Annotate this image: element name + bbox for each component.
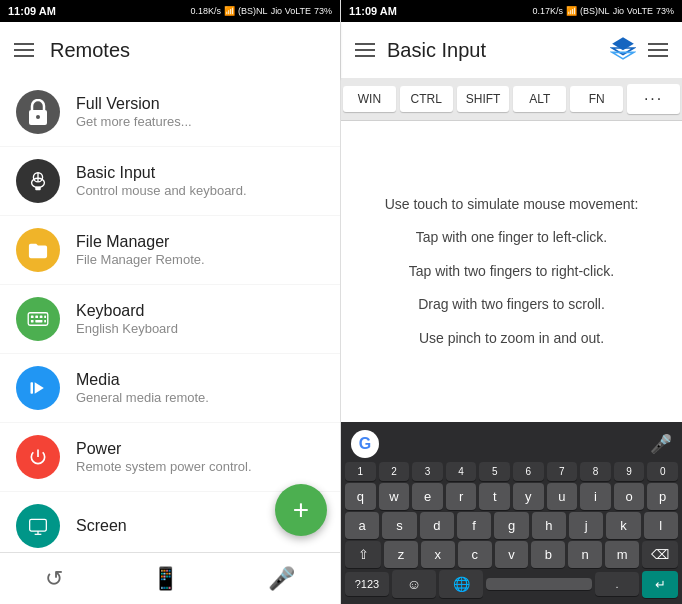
more-keys[interactable]: ··· — [627, 84, 680, 114]
list-item-full-version[interactable]: Full Version Get more features... — [0, 78, 340, 146]
instruction-3: Tap with two fingers to right-click. — [409, 262, 614, 282]
svg-rect-15 — [31, 382, 34, 394]
kb-key-t[interactable]: t — [479, 483, 510, 510]
kb-num-mode-key[interactable]: ?123 — [345, 572, 389, 596]
kb-key-j[interactable]: j — [569, 512, 603, 539]
kb-key-k[interactable]: k — [606, 512, 640, 539]
list-item-basic-input[interactable]: Basic Input Control mouse and keyboard. — [0, 147, 340, 215]
kb-key-g[interactable]: g — [494, 512, 528, 539]
alt-key[interactable]: ALT — [513, 86, 566, 112]
remotes-list: Full Version Get more features... Basic … — [0, 78, 340, 552]
kb-enter-key[interactable]: ↵ — [642, 571, 678, 598]
file-manager-subtitle: File Manager Remote. — [76, 252, 324, 267]
keyboard-title: Keyboard — [76, 302, 324, 320]
layers-button[interactable] — [610, 35, 636, 65]
kb-key-i[interactable]: i — [580, 483, 611, 510]
phone-button[interactable]: 📱 — [132, 558, 199, 600]
win-key[interactable]: WIN — [343, 86, 396, 112]
kb-key-m[interactable]: m — [605, 541, 639, 568]
kb-shift-key[interactable]: ⇧ — [345, 541, 381, 568]
kb-key-8[interactable]: 8 — [580, 462, 611, 481]
kb-top-row: G 🎤 — [343, 426, 680, 460]
basic-input-title: Basic Input — [76, 164, 324, 182]
kb-period-key[interactable]: . — [595, 572, 639, 596]
kb-key-x[interactable]: x — [421, 541, 455, 568]
kb-key-o[interactable]: o — [614, 483, 645, 510]
svg-rect-10 — [44, 315, 46, 318]
kb-key-l[interactable]: l — [644, 512, 678, 539]
kb-key-z[interactable]: z — [384, 541, 418, 568]
kb-key-v[interactable]: v — [495, 541, 529, 568]
ctrl-key[interactable]: CTRL — [400, 86, 453, 112]
svg-point-1 — [36, 115, 40, 119]
kb-key-7[interactable]: 7 — [547, 462, 578, 481]
carrier-right: (BS)NL — [580, 6, 610, 16]
svg-rect-8 — [35, 315, 38, 318]
list-item-power[interactable]: Power Remote system power control. — [0, 423, 340, 491]
kb-num-row: 1 2 3 4 5 6 7 8 9 0 — [345, 462, 678, 481]
list-item-media[interactable]: Media General media remote. — [0, 354, 340, 422]
kb-key-d[interactable]: d — [420, 512, 454, 539]
kb-key-9[interactable]: 9 — [614, 462, 645, 481]
kb-key-n[interactable]: n — [568, 541, 602, 568]
kb-delete-key[interactable]: ⌫ — [642, 541, 678, 568]
kb-key-h[interactable]: h — [532, 512, 566, 539]
kb-key-5[interactable]: 5 — [479, 462, 510, 481]
modifier-key-row: WIN CTRL SHIFT ALT FN ··· — [341, 78, 682, 121]
kb-key-r[interactable]: r — [446, 483, 477, 510]
page-title-right: Basic Input — [387, 39, 598, 62]
mic-icon[interactable]: 🎤 — [650, 433, 672, 455]
status-icons-left: 0.18K/s 📶 (BS)NL Jio VoLTE 73% — [191, 6, 332, 16]
list-item-keyboard[interactable]: Keyboard English Keyboard — [0, 285, 340, 353]
kb-key-3[interactable]: 3 — [412, 462, 443, 481]
svg-rect-5 — [35, 187, 41, 191]
instruction-4: Drag with two fingers to scroll. — [418, 295, 605, 315]
kb-key-u[interactable]: u — [547, 483, 578, 510]
kb-key-q[interactable]: q — [345, 483, 376, 510]
top-bar-left: Remotes — [0, 22, 340, 78]
kb-key-e[interactable]: e — [412, 483, 443, 510]
status-bar-right: 11:09 AM 0.17K/s 📶 (BS)NL Jio VoLTE 73% — [341, 0, 682, 22]
keyboard-subtitle: English Keyboard — [76, 321, 324, 336]
shift-key-top[interactable]: SHIFT — [457, 86, 510, 112]
time-right: 11:09 AM — [349, 5, 397, 17]
kb-key-f[interactable]: f — [457, 512, 491, 539]
refresh-button[interactable]: ↺ — [25, 558, 83, 600]
page-title-left: Remotes — [50, 39, 326, 62]
time-left: 11:09 AM — [8, 5, 56, 17]
instruction-1: Use touch to simulate mouse movement: — [385, 195, 639, 215]
add-remote-fab[interactable]: + — [275, 484, 327, 536]
kb-globe-key[interactable]: 🌐 — [439, 570, 483, 598]
kb-key-6[interactable]: 6 — [513, 462, 544, 481]
list-item-file-manager[interactable]: File Manager File Manager Remote. — [0, 216, 340, 284]
top-bar-right: Basic Input — [341, 22, 682, 78]
svg-rect-12 — [35, 320, 42, 323]
kb-key-w[interactable]: w — [379, 483, 410, 510]
menu-button-right[interactable] — [355, 43, 375, 57]
kb-key-2[interactable]: 2 — [379, 462, 410, 481]
svg-rect-9 — [40, 315, 43, 318]
kb-emoji-key[interactable]: ☺ — [392, 570, 436, 598]
kb-key-1[interactable]: 1 — [345, 462, 376, 481]
kb-key-a[interactable]: a — [345, 512, 379, 539]
kb-key-p[interactable]: p — [647, 483, 678, 510]
fn-key[interactable]: FN — [570, 86, 623, 112]
full-version-icon — [16, 90, 60, 134]
instruction-5: Use pinch to zoom in and out. — [419, 329, 604, 349]
menu-button-left[interactable] — [14, 43, 34, 57]
kb-space-key[interactable] — [486, 578, 592, 590]
basic-input-icon — [16, 159, 60, 203]
file-manager-text: File Manager File Manager Remote. — [76, 233, 324, 267]
overflow-menu-right[interactable] — [648, 43, 668, 57]
svg-rect-11 — [31, 320, 34, 323]
mic-button-left[interactable]: 🎤 — [248, 558, 315, 600]
bottom-nav-left: ↺ 📱 🎤 — [0, 552, 340, 604]
full-version-text: Full Version Get more features... — [76, 95, 324, 129]
kb-key-c[interactable]: c — [458, 541, 492, 568]
kb-key-s[interactable]: s — [382, 512, 416, 539]
kb-key-4[interactable]: 4 — [446, 462, 477, 481]
kb-key-y[interactable]: y — [513, 483, 544, 510]
kb-key-0[interactable]: 0 — [647, 462, 678, 481]
kb-key-b[interactable]: b — [531, 541, 565, 568]
keyboard-text: Keyboard English Keyboard — [76, 302, 324, 336]
